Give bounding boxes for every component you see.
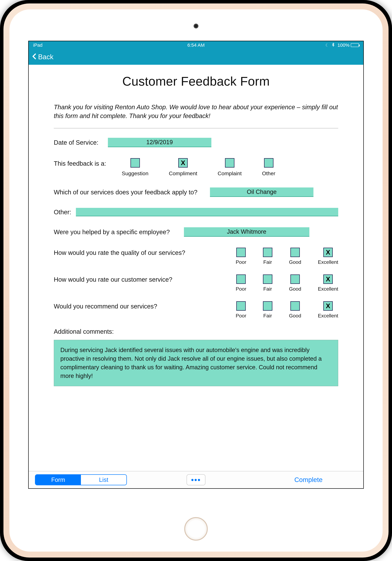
date-label: Date of Service: bbox=[54, 139, 98, 146]
rating-option: Good bbox=[289, 301, 301, 319]
other-field[interactable] bbox=[76, 208, 338, 216]
date-field[interactable]: 12/9/2019 bbox=[108, 138, 211, 147]
rating-question: How would you rate the quality of our se… bbox=[54, 248, 236, 256]
rating-label: Poor bbox=[236, 313, 246, 319]
checkbox[interactable] bbox=[263, 274, 272, 284]
rating-label: Fair bbox=[263, 313, 272, 319]
complete-button[interactable]: Complete bbox=[294, 476, 323, 484]
chevron-left-icon bbox=[31, 52, 37, 62]
checkbox[interactable]: X bbox=[323, 301, 333, 311]
back-label: Back bbox=[38, 53, 54, 61]
rating-group: PoorFairGoodXExcellent bbox=[236, 301, 338, 319]
rating-label: Fair bbox=[263, 286, 272, 292]
rating-label: Good bbox=[289, 286, 301, 292]
checkbox[interactable] bbox=[225, 158, 234, 168]
rating-option: Poor bbox=[236, 301, 246, 319]
checkbox[interactable] bbox=[264, 158, 273, 168]
more-button[interactable]: ••• bbox=[187, 474, 205, 485]
ipad-frame-inner: iPad 6:54 AM ☾ 100% bbox=[3, 3, 389, 558]
bluetooth-icon bbox=[331, 43, 335, 48]
service-field[interactable]: Oil Change bbox=[210, 187, 314, 197]
home-button[interactable] bbox=[184, 517, 208, 541]
form-content: Customer Feedback Form Thank you for vis… bbox=[29, 65, 363, 471]
rating-option: XExcellent bbox=[318, 301, 338, 319]
feedback-type-option: Complaint bbox=[218, 158, 242, 176]
battery-percent: 100% bbox=[338, 43, 349, 48]
divider bbox=[54, 128, 338, 128]
ipad-frame: iPad 6:54 AM ☾ 100% bbox=[0, 0, 392, 561]
comments-label: Additional comments: bbox=[54, 328, 338, 335]
checkbox[interactable] bbox=[290, 301, 300, 311]
checkbox[interactable]: X bbox=[323, 248, 333, 257]
rating-row: How would you rate the quality of our se… bbox=[54, 248, 338, 265]
checkbox[interactable] bbox=[263, 301, 272, 311]
checkbox[interactable] bbox=[236, 248, 246, 257]
rating-question: Would you recommend our services? bbox=[54, 301, 236, 310]
rating-label: Fair bbox=[263, 259, 272, 265]
screen: iPad 6:54 AM ☾ 100% bbox=[28, 41, 364, 489]
rating-option: XExcellent bbox=[318, 274, 338, 292]
camera-icon bbox=[194, 23, 198, 29]
rating-label: Excellent bbox=[318, 313, 338, 319]
ipad-bezel: iPad 6:54 AM ☾ 100% bbox=[9, 9, 383, 552]
rating-option: Fair bbox=[263, 248, 272, 265]
checkbox[interactable] bbox=[263, 248, 272, 257]
rating-label: Poor bbox=[236, 259, 246, 265]
checkbox[interactable] bbox=[290, 274, 300, 284]
feedback-type-group: SuggestionXComplimentComplaintOther bbox=[122, 158, 275, 176]
back-button[interactable]: Back bbox=[31, 52, 54, 62]
rating-option: XExcellent bbox=[318, 248, 338, 265]
employee-label: Were you helped by a specific employee? bbox=[54, 228, 170, 236]
rating-group: PoorFairGoodXExcellent bbox=[236, 274, 338, 292]
rating-label: Good bbox=[289, 313, 301, 319]
checkbox[interactable] bbox=[236, 301, 246, 311]
status-bar: iPad 6:54 AM ☾ 100% bbox=[29, 41, 363, 49]
comments-box[interactable]: During servicing Jack identified several… bbox=[54, 340, 338, 386]
rating-row: Would you recommend our services?PoorFai… bbox=[54, 301, 338, 319]
checkbox-label: Suggestion bbox=[122, 170, 149, 176]
battery-icon bbox=[351, 43, 359, 47]
status-time: 6:54 AM bbox=[142, 43, 250, 48]
view-segmented-control: Form List bbox=[35, 474, 127, 485]
rating-label: Excellent bbox=[318, 286, 338, 292]
feedback-type-option: Other bbox=[262, 158, 275, 176]
rating-option: Fair bbox=[263, 301, 272, 319]
rating-option: Poor bbox=[236, 274, 246, 292]
rating-question: How would you rate our customer service? bbox=[54, 274, 236, 283]
checkbox-label: Compliment bbox=[169, 170, 197, 176]
segment-list[interactable]: List bbox=[81, 475, 126, 485]
service-label: Which of our services does your feedback… bbox=[54, 189, 197, 196]
checkbox[interactable] bbox=[131, 158, 140, 168]
rating-option: Good bbox=[289, 274, 301, 292]
checkbox[interactable] bbox=[236, 274, 246, 284]
page-title: Customer Feedback Form bbox=[54, 74, 338, 88]
feedback-type-label: This feedback is a: bbox=[54, 158, 106, 167]
rating-label: Poor bbox=[236, 286, 246, 292]
rating-option: Good bbox=[289, 248, 301, 265]
feedback-type-option: XCompliment bbox=[169, 158, 197, 176]
checkbox[interactable]: X bbox=[323, 274, 333, 284]
bottom-toolbar: Form List ••• Complete bbox=[29, 471, 363, 488]
rating-label: Excellent bbox=[318, 259, 338, 265]
checkbox[interactable] bbox=[290, 248, 300, 257]
checkbox[interactable]: X bbox=[178, 158, 188, 168]
checkbox-label: Complaint bbox=[218, 170, 242, 176]
rating-row: How would you rate our customer service?… bbox=[54, 274, 338, 292]
feedback-type-option: Suggestion bbox=[122, 158, 149, 176]
nav-bar: Back bbox=[29, 49, 363, 65]
rating-option: Fair bbox=[263, 274, 272, 292]
rating-option: Poor bbox=[236, 248, 246, 265]
rating-label: Good bbox=[289, 259, 301, 265]
rating-group: PoorFairGoodXExcellent bbox=[236, 248, 338, 265]
employee-field[interactable]: Jack Whitmore bbox=[184, 227, 309, 237]
intro-text: Thank you for visiting Renton Auto Shop.… bbox=[54, 103, 338, 120]
checkbox-label: Other bbox=[262, 170, 275, 176]
status-device: iPad bbox=[33, 43, 142, 48]
other-label: Other: bbox=[54, 209, 71, 216]
status-right: ☾ 100% bbox=[250, 43, 359, 48]
segment-form[interactable]: Form bbox=[35, 475, 81, 485]
do-not-disturb-icon: ☾ bbox=[325, 43, 329, 48]
